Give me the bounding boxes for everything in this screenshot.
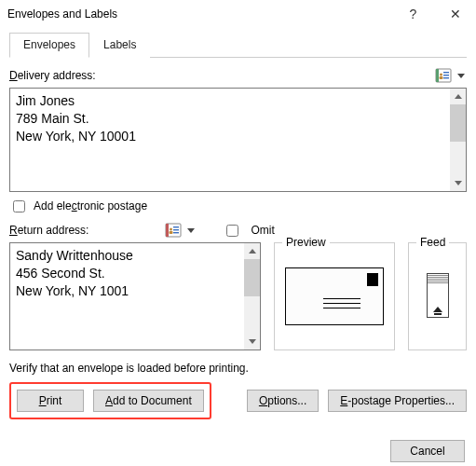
preview-panel[interactable]: Preview bbox=[274, 242, 395, 350]
feed-orientation-icon bbox=[427, 273, 449, 318]
svg-rect-6 bbox=[440, 76, 443, 79]
verify-message: Verify that an envelope is loaded before… bbox=[9, 362, 467, 375]
omit-label: Omit bbox=[251, 224, 274, 237]
svg-rect-2 bbox=[443, 72, 449, 73]
print-button[interactable]: Print bbox=[17, 390, 84, 412]
electronic-postage-checkbox[interactable] bbox=[13, 200, 25, 212]
cancel-button[interactable]: Cancel bbox=[390, 440, 465, 462]
svg-rect-11 bbox=[173, 232, 179, 233]
return-address-input[interactable] bbox=[10, 243, 244, 350]
titlebar: Envelopes and Labels ? ✕ bbox=[0, 0, 476, 28]
svg-rect-8 bbox=[166, 224, 169, 237]
address-book-icon bbox=[435, 67, 454, 84]
chevron-down-icon bbox=[187, 228, 195, 233]
return-address-field-wrap bbox=[9, 242, 261, 350]
scroll-down-icon[interactable] bbox=[244, 334, 260, 350]
scrollbar[interactable] bbox=[244, 243, 260, 350]
scroll-thumb[interactable] bbox=[244, 259, 260, 296]
tab-labels[interactable]: Labels bbox=[89, 33, 150, 58]
chevron-down-icon bbox=[457, 74, 465, 78]
feed-title: Feed bbox=[416, 236, 449, 249]
scrollbar[interactable] bbox=[450, 89, 466, 191]
electronic-postage-label: Add electronic postage bbox=[34, 199, 147, 212]
svg-rect-4 bbox=[443, 77, 449, 78]
address-book-dropdown[interactable] bbox=[433, 66, 467, 85]
return-address-label: Return address: bbox=[9, 224, 88, 237]
add-to-document-button[interactable]: Add to Document bbox=[93, 390, 204, 412]
svg-point-5 bbox=[440, 74, 442, 76]
window-title: Envelopes and Labels bbox=[7, 7, 392, 21]
return-address-book-dropdown[interactable] bbox=[163, 221, 197, 240]
omit-checkbox[interactable] bbox=[226, 225, 238, 237]
options-button[interactable]: Options... bbox=[247, 390, 319, 412]
delivery-address-input[interactable] bbox=[10, 89, 450, 191]
tab-envelopes[interactable]: Envelopes bbox=[9, 33, 89, 58]
svg-rect-10 bbox=[173, 229, 179, 230]
epostage-properties-button[interactable]: E-postage Properties... bbox=[328, 390, 467, 412]
highlight-annotation: Print Add to Document bbox=[9, 382, 211, 419]
scroll-up-icon[interactable] bbox=[450, 89, 466, 104]
delivery-address-label: Delivery address: bbox=[9, 69, 433, 82]
address-book-icon bbox=[165, 222, 184, 239]
svg-point-12 bbox=[170, 228, 172, 231]
preview-title: Preview bbox=[282, 236, 330, 249]
help-button[interactable]: ? bbox=[392, 0, 434, 28]
svg-rect-1 bbox=[436, 69, 439, 82]
svg-rect-3 bbox=[443, 75, 449, 75]
svg-rect-9 bbox=[173, 226, 179, 227]
scroll-down-icon[interactable] bbox=[450, 175, 466, 191]
scroll-thumb[interactable] bbox=[450, 104, 466, 142]
scroll-up-icon[interactable] bbox=[244, 243, 260, 259]
tabstrip: Envelopes Labels bbox=[9, 32, 467, 58]
envelope-preview-icon bbox=[285, 267, 384, 325]
delivery-address-field-wrap bbox=[9, 88, 467, 192]
svg-rect-13 bbox=[170, 231, 173, 234]
close-button[interactable]: ✕ bbox=[434, 0, 476, 28]
feed-panel[interactable]: Feed bbox=[408, 242, 467, 350]
